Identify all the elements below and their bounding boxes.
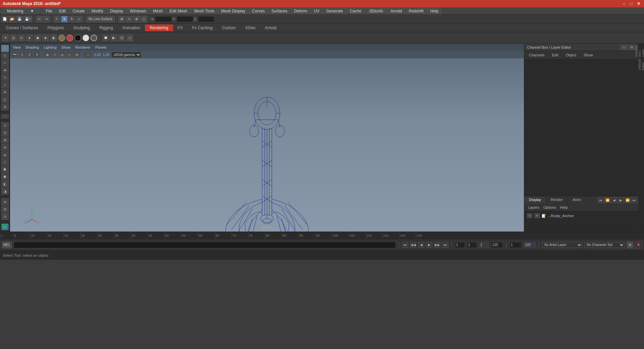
layer-v-btn[interactable]: V bbox=[527, 213, 532, 218]
minimize-button[interactable]: ─ bbox=[621, 1, 627, 6]
menu-mesh-display[interactable]: Mesh Display bbox=[218, 8, 248, 14]
timeline-play-btn[interactable]: ▶ bbox=[426, 242, 432, 248]
anim-options-btn[interactable]: ⚙ bbox=[627, 242, 633, 248]
tab-sculpting[interactable]: Sculpting bbox=[69, 24, 95, 31]
option-help[interactable]: Help bbox=[558, 205, 570, 210]
save-file-button[interactable]: 💾 bbox=[16, 16, 23, 22]
menu-edit-mesh[interactable]: Edit Mesh bbox=[166, 8, 190, 14]
move-btn[interactable]: ✥ bbox=[1, 67, 9, 74]
auto-key-btn[interactable]: K bbox=[635, 242, 642, 248]
tab-xgen[interactable]: XGen bbox=[240, 24, 260, 31]
universal-manip-btn[interactable]: ⊕ bbox=[1, 89, 9, 96]
frame-start-input[interactable]: 1 bbox=[455, 242, 465, 248]
shelf-paintfx[interactable] bbox=[58, 35, 65, 41]
y-coord-input[interactable] bbox=[176, 16, 193, 22]
menu-deform[interactable]: Deform bbox=[291, 8, 310, 14]
select-tool-btn[interactable]: ↖ bbox=[1, 45, 9, 52]
shelf-area[interactable]: ◈ bbox=[42, 35, 49, 41]
menu-file[interactable]: File bbox=[43, 8, 55, 14]
menu-arnold[interactable]: Arnold bbox=[387, 8, 405, 14]
script-input[interactable] bbox=[14, 242, 396, 248]
shelf-lights[interactable]: ☀ bbox=[2, 35, 9, 41]
tool4[interactable]: ⊕ bbox=[1, 144, 9, 151]
paint-select-btn[interactable]: ⊙ bbox=[1, 52, 9, 59]
layer-name[interactable]: ...Rusty_Anchor bbox=[548, 214, 574, 218]
tab-curves-surfaces[interactable]: Curves / Surfaces bbox=[1, 24, 43, 31]
menu-mesh-tools[interactable]: Mesh Tools bbox=[191, 8, 217, 14]
anim-layer-select[interactable]: No Anim Layer bbox=[542, 242, 582, 248]
close-button[interactable]: ✕ bbox=[636, 1, 641, 6]
menu-create[interactable]: Create bbox=[70, 8, 88, 14]
tool12[interactable]: ⊞ bbox=[1, 206, 9, 212]
redo-button[interactable]: ↪ bbox=[43, 16, 50, 22]
mel-toggle[interactable]: MEL bbox=[2, 242, 12, 248]
menu-edit[interactable]: Edit bbox=[56, 8, 69, 14]
shelf-ambient[interactable]: ◎ bbox=[10, 35, 17, 41]
character-set-select[interactable]: No Character Set bbox=[584, 242, 625, 248]
snap-point[interactable]: ⊕ bbox=[133, 16, 140, 22]
shelf-render2[interactable]: 🔲 bbox=[102, 35, 109, 41]
play-next-btn[interactable]: ⏩ bbox=[625, 197, 631, 203]
shelf-spot[interactable]: ◉ bbox=[34, 35, 41, 41]
tab-display[interactable]: Display bbox=[524, 196, 546, 204]
tab-object[interactable]: Object bbox=[563, 52, 579, 58]
shelf-volume[interactable]: ◐ bbox=[50, 35, 57, 41]
snap-settings-btn[interactable]: ⋯ bbox=[1, 114, 9, 118]
tool10[interactable]: ◨ bbox=[1, 188, 9, 195]
play-prev-btn[interactable]: ⏪ bbox=[604, 197, 610, 203]
menu-uv[interactable]: UV bbox=[311, 8, 323, 14]
channel-box-close[interactable]: ✕ bbox=[629, 45, 635, 50]
frame-end-input[interactable]: 120 bbox=[491, 242, 503, 248]
frame-current-input[interactable]: 1 bbox=[467, 242, 477, 248]
tab-channels[interactable]: Channels bbox=[526, 52, 547, 58]
timeline-next-btn[interactable]: ▶▶ bbox=[434, 242, 440, 248]
tab-render[interactable]: Render bbox=[546, 196, 568, 204]
tool13[interactable]: ⊟ bbox=[1, 213, 9, 220]
timeline-start-btn[interactable]: ⏮ bbox=[402, 242, 408, 248]
menu-surfaces[interactable]: Surfaces bbox=[268, 8, 290, 14]
layer-p-btn[interactable]: P bbox=[534, 213, 540, 218]
menu-generate[interactable]: Generate bbox=[323, 8, 346, 14]
shelf-render[interactable] bbox=[91, 35, 97, 41]
scale-tool[interactable]: ⤢ bbox=[76, 16, 83, 22]
tab-polygons[interactable]: Polygons bbox=[43, 24, 68, 31]
option-layers[interactable]: Layers bbox=[526, 205, 541, 210]
menu-3dtoall[interactable]: -3DtoAll- bbox=[365, 8, 387, 14]
play-start-btn[interactable]: ⏮ bbox=[598, 197, 604, 203]
move-tool[interactable]: ✥ bbox=[61, 16, 68, 22]
workspace-dropdown[interactable]: Modeling ▼ bbox=[2, 8, 39, 14]
tab-animation[interactable]: Animation bbox=[118, 24, 145, 31]
tab-custom[interactable]: Custom bbox=[217, 24, 240, 31]
shelf-paintfx3[interactable] bbox=[74, 35, 81, 41]
menu-modify[interactable]: Modify bbox=[89, 8, 106, 14]
range-end-input[interactable]: 120 bbox=[524, 242, 536, 248]
range-start-input[interactable]: 1 bbox=[509, 242, 522, 248]
tool5[interactable]: ◈ bbox=[1, 151, 9, 158]
tool14[interactable]: ✦ bbox=[1, 223, 9, 230]
snap-curve[interactable]: ∿ bbox=[126, 16, 132, 22]
viewport[interactable]: View Shading Lighting Show Renderer Pane… bbox=[10, 44, 524, 232]
open-file-button[interactable]: 📂 bbox=[9, 16, 15, 22]
shelf-ipr[interactable]: ▶ bbox=[110, 35, 117, 41]
rotate-btn[interactable]: ↻ bbox=[1, 74, 9, 81]
timeline-end-btn[interactable]: ⏭ bbox=[442, 242, 448, 248]
tab-fx-caching[interactable]: Fx Caching bbox=[187, 24, 217, 31]
timeline-prev-btn[interactable]: ◀◀ bbox=[410, 242, 416, 248]
tool1[interactable]: ⊡ bbox=[1, 122, 9, 129]
new-file-button[interactable]: 📄 bbox=[1, 16, 8, 22]
tab-anim[interactable]: Anim bbox=[568, 196, 586, 204]
attr-editor-tab2[interactable]: Attribute Editor bbox=[639, 58, 644, 71]
x-coord-input[interactable] bbox=[155, 16, 172, 22]
maximize-button[interactable]: □ bbox=[629, 1, 634, 6]
select-tool[interactable]: ↖ bbox=[54, 16, 60, 22]
menu-mesh[interactable]: Mesh bbox=[150, 8, 166, 14]
soft-mod-btn[interactable]: ◎ bbox=[1, 96, 9, 103]
lasso-select-btn[interactable]: ✂ bbox=[1, 60, 9, 66]
rotate-tool[interactable]: ↻ bbox=[68, 16, 75, 22]
scale-btn[interactable]: ⤢ bbox=[1, 82, 9, 88]
shelf-directional[interactable]: ⊙ bbox=[18, 35, 25, 41]
option-options[interactable]: Options bbox=[541, 205, 558, 210]
tool9[interactable]: ◧ bbox=[1, 181, 9, 188]
tool3[interactable]: ⊠ bbox=[1, 137, 9, 144]
tool8[interactable]: ⬢ bbox=[1, 173, 9, 180]
